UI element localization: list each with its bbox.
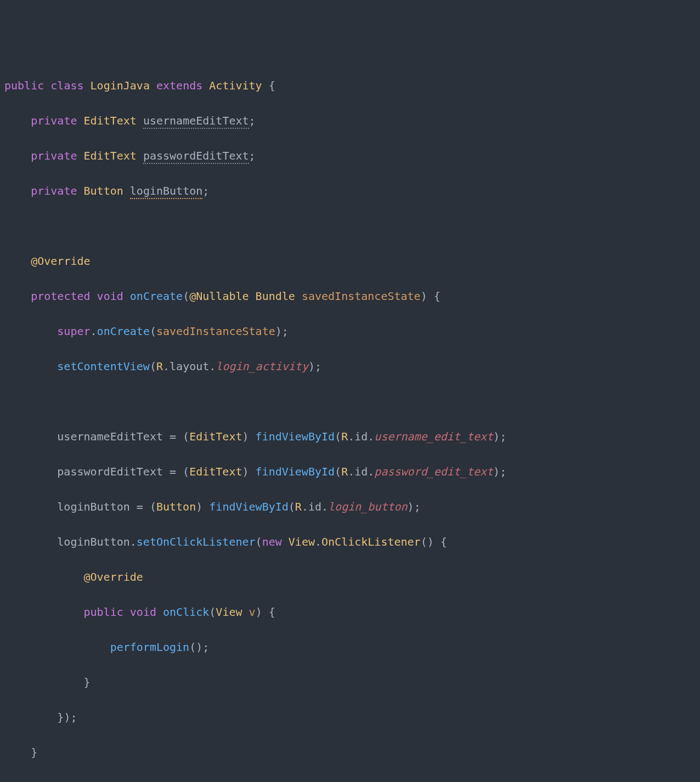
code-line: } bbox=[4, 744, 696, 761]
method: findViewById bbox=[209, 500, 289, 513]
punct: . bbox=[321, 500, 328, 513]
code-line bbox=[4, 217, 696, 235]
code-line: loginButton.setOnClickListener(new View.… bbox=[4, 533, 696, 551]
punct: ( bbox=[335, 430, 341, 443]
punct: ( bbox=[150, 500, 156, 513]
annotation: @Nullable bbox=[189, 290, 249, 303]
method: setContentView bbox=[57, 360, 150, 373]
keyword: super bbox=[57, 325, 90, 338]
punct: . bbox=[209, 360, 216, 373]
type: R bbox=[295, 500, 302, 513]
keyword: private bbox=[31, 149, 77, 162]
method: onClick bbox=[163, 605, 209, 619]
punct: = bbox=[163, 465, 183, 478]
punct: ) bbox=[408, 500, 414, 513]
resource: login_activity bbox=[216, 360, 308, 373]
field-unused: passwordEditText bbox=[143, 149, 249, 164]
code-line: performLogin(); bbox=[4, 638, 696, 656]
keyword: void bbox=[97, 290, 123, 303]
type: EditText bbox=[84, 149, 137, 162]
punct: . bbox=[368, 465, 374, 478]
punct: ; bbox=[315, 360, 321, 373]
method: setOnClickListener bbox=[137, 535, 256, 548]
code-line: } bbox=[4, 673, 696, 691]
type: EditText bbox=[189, 430, 242, 443]
field-unused: usernameEditText bbox=[143, 114, 249, 129]
punct: ; bbox=[249, 149, 256, 162]
punct: ( bbox=[335, 465, 341, 478]
keyword: class bbox=[50, 79, 83, 92]
punct: ; bbox=[202, 184, 209, 197]
code-line: private Button loginButton; bbox=[4, 182, 696, 200]
punct: ) bbox=[196, 641, 202, 654]
punct: ) bbox=[64, 711, 70, 724]
type: OnClickListener bbox=[321, 535, 421, 548]
code-line: protected void onCreate(@Nullable Bundle… bbox=[4, 287, 696, 305]
punct: ( bbox=[150, 325, 156, 338]
punct: ; bbox=[202, 641, 209, 654]
brace: { bbox=[434, 290, 441, 303]
punct: . bbox=[91, 325, 97, 338]
method: performLogin bbox=[110, 641, 190, 654]
type: View bbox=[216, 605, 242, 619]
punct: ( bbox=[183, 465, 189, 478]
class-name: LoginJava bbox=[91, 79, 150, 92]
punct: ( bbox=[150, 360, 156, 373]
punct: ; bbox=[282, 325, 289, 338]
punct: ; bbox=[500, 430, 506, 443]
punct: ( bbox=[189, 641, 196, 654]
identifier: id bbox=[354, 465, 368, 478]
punct: ) bbox=[427, 535, 434, 548]
type: R bbox=[341, 430, 348, 443]
code-editor[interactable]: public class LoginJava extends Activity … bbox=[4, 77, 696, 782]
type: R bbox=[341, 465, 348, 478]
keyword: private bbox=[31, 184, 77, 197]
punct: = bbox=[130, 500, 150, 513]
punct: . bbox=[368, 430, 374, 443]
punct: ( bbox=[209, 605, 216, 619]
resource: password_edit_text bbox=[374, 465, 493, 478]
field-warning: loginButton bbox=[130, 184, 202, 199]
punct: . bbox=[302, 500, 308, 513]
punct: ) bbox=[308, 360, 315, 373]
annotation: @Override bbox=[31, 254, 90, 268]
punct: ; bbox=[70, 711, 77, 724]
punct: ) bbox=[275, 325, 282, 338]
field: loginButton bbox=[57, 535, 129, 548]
type: Button bbox=[156, 500, 196, 513]
brace: } bbox=[57, 711, 64, 724]
type: View bbox=[289, 535, 315, 548]
code-line: private EditText usernameEditText; bbox=[4, 112, 696, 129]
code-line: public void onClick(View v) { bbox=[4, 603, 696, 621]
punct: . bbox=[163, 360, 170, 373]
punct: ; bbox=[249, 114, 256, 127]
resource: username_edit_text bbox=[374, 430, 493, 443]
param: savedInstanceState bbox=[156, 325, 275, 338]
punct: ) bbox=[196, 500, 202, 513]
keyword: public bbox=[4, 79, 44, 92]
identifier: id bbox=[354, 430, 368, 443]
code-line bbox=[4, 779, 696, 782]
brace: } bbox=[31, 746, 37, 759]
field: loginButton bbox=[57, 500, 129, 513]
keyword: extends bbox=[156, 79, 202, 92]
punct: ) bbox=[421, 290, 427, 303]
param: v bbox=[249, 605, 256, 619]
method: onCreate bbox=[130, 290, 183, 303]
brace: } bbox=[84, 676, 91, 689]
punct: . bbox=[348, 430, 354, 443]
type: Button bbox=[84, 184, 123, 197]
code-line: @Override bbox=[4, 252, 696, 270]
code-line bbox=[4, 393, 696, 410]
code-line: public class LoginJava extends Activity … bbox=[4, 77, 696, 94]
code-line: }); bbox=[4, 709, 696, 726]
punct: ) bbox=[242, 430, 249, 443]
annotation: @Override bbox=[84, 570, 143, 583]
type: R bbox=[156, 360, 163, 373]
keyword: protected bbox=[31, 290, 90, 303]
punct: . bbox=[315, 535, 321, 548]
param: savedInstanceState bbox=[302, 290, 421, 303]
resource: login_button bbox=[328, 500, 408, 513]
code-line: super.onCreate(savedInstanceState); bbox=[4, 322, 696, 340]
class-name: Activity bbox=[209, 79, 262, 92]
